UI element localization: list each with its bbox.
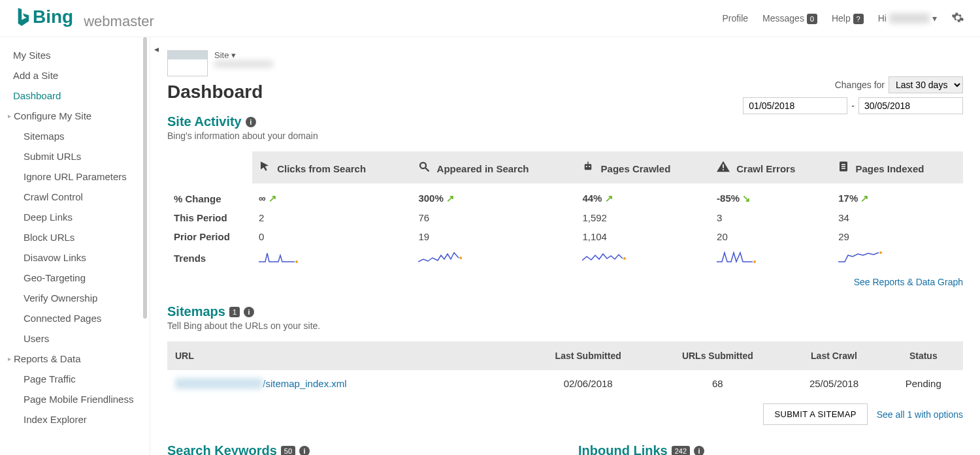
sidebar-item-page-mobile[interactable]: Page Mobile Friendliness <box>0 389 150 409</box>
sitemap-url-link[interactable]: https://example.com/sitemap_index.xml <box>175 378 347 389</box>
info-icon[interactable]: i <box>694 446 704 456</box>
info-icon[interactable]: i <box>246 117 256 127</box>
keywords-heading: Search Keywords 50 i <box>167 443 552 455</box>
row-change-label: % Change <box>167 183 252 208</box>
sidebar-group-configure[interactable]: ▸ Configure My Site <box>0 106 150 126</box>
this-indexed: 34 <box>832 208 963 227</box>
hdr-urls-submitted: URLs Submitted <box>651 341 784 370</box>
sidebar-scrollbar[interactable] <box>143 37 147 319</box>
hdr-last-crawl: Last Crawl <box>784 341 883 370</box>
col-crawled: Pages Crawled <box>576 151 710 183</box>
sidebar-item-index-explorer[interactable]: Index Explorer <box>0 409 150 430</box>
nav-profile[interactable]: Profile <box>722 13 748 24</box>
site-selector[interactable]: Site ▾ example.com <box>167 50 963 76</box>
this-clicks: 2 <box>252 208 412 227</box>
sparkline-errors <box>717 250 756 264</box>
sitemap-last-submitted: 02/06/2018 <box>525 370 651 397</box>
sidebar-item-sitemaps[interactable]: Sitemaps <box>0 126 150 146</box>
sidebar-item-connected-pages[interactable]: Connected Pages <box>0 308 150 328</box>
svg-point-16 <box>879 251 882 254</box>
sitemaps-table: URL Last Submitted URLs Submitted Last C… <box>167 341 963 397</box>
change-clicks: ∞ <box>259 193 266 204</box>
sidebar-item-my-sites[interactable]: My Sites <box>0 45 150 65</box>
sidebar-item-submit-urls[interactable]: Submit URLs <box>0 146 150 166</box>
svg-point-12 <box>295 260 298 263</box>
nav-messages[interactable]: Messages 0 <box>762 13 817 24</box>
sidebar-item-block-urls[interactable]: Block URLs <box>0 227 150 247</box>
messages-count-badge: 0 <box>807 14 817 24</box>
site-activity-heading: Site Activity i <box>167 114 963 129</box>
arrow-down-icon: ↘ <box>742 193 751 204</box>
see-reports-link[interactable]: See Reports & Data Graph <box>854 277 963 287</box>
sitemap-url-hidden: https://example.com <box>175 378 263 389</box>
sidebar-item-crawl-control[interactable]: Crawl Control <box>0 187 150 207</box>
hdr-url: URL <box>167 341 525 370</box>
col-appeared: Appeared in Search <box>412 151 576 183</box>
info-icon[interactable]: i <box>299 446 310 456</box>
arrow-up-icon: ↗ <box>860 193 869 204</box>
sitemaps-count-badge: 1 <box>229 307 240 317</box>
change-crawled: 44% <box>582 193 602 204</box>
see-all-sitemaps-link[interactable]: See all 1 with options <box>877 409 963 420</box>
svg-point-13 <box>459 257 462 259</box>
sidebar-item-ignore-url-params[interactable]: Ignore URL Parameters <box>0 166 150 187</box>
svg-point-0 <box>420 163 426 168</box>
range-from-input[interactable] <box>743 97 847 114</box>
arrow-up-icon: ↗ <box>269 193 277 204</box>
change-indexed: 17% <box>838 193 858 204</box>
col-clicks-label: Clicks from Search <box>277 163 366 174</box>
site-activity-title: Site Activity <box>167 114 242 129</box>
this-crawled: 1,592 <box>576 208 710 227</box>
info-icon[interactable]: i <box>244 307 254 317</box>
nav-greeting[interactable]: Hi username ▾ <box>878 13 937 24</box>
brand-name: Bing <box>33 7 73 27</box>
sidebar-item-users[interactable]: Users <box>0 328 150 349</box>
arrow-up-icon: ↗ <box>446 193 455 204</box>
sitemaps-heading: Sitemaps 1 i <box>167 304 963 319</box>
sitemap-urls-submitted: 68 <box>651 370 784 397</box>
range-to-input[interactable] <box>858 97 963 114</box>
sidebar-item-disavow-links[interactable]: Disavow Links <box>0 247 150 268</box>
col-errors: Crawl Errors <box>710 151 832 183</box>
sidebar: ◂ My Sites Add a Site Dashboard ▸ Config… <box>0 37 150 455</box>
sidebar-item-geo-targeting[interactable]: Geo-Targeting <box>0 268 150 288</box>
sidebar-item-verify-ownership[interactable]: Verify Ownership <box>0 288 150 308</box>
site-domain-hidden: example.com <box>214 60 273 68</box>
row-this-period: This Period 2 76 1,592 3 34 <box>167 208 963 227</box>
prior-appeared: 19 <box>412 227 576 246</box>
range-select[interactable]: Last 30 days <box>889 76 963 93</box>
inbound-count-badge: 242 <box>672 446 690 456</box>
document-icon <box>838 161 849 172</box>
col-errors-label: Crawl Errors <box>736 163 795 174</box>
sparkline-appeared <box>418 250 464 264</box>
sidebar-item-dashboard[interactable]: Dashboard <box>0 86 150 106</box>
this-errors: 3 <box>710 208 832 227</box>
sitemaps-title: Sitemaps <box>167 304 225 319</box>
nav-help-label: Help <box>832 13 851 24</box>
nav-help[interactable]: Help ? <box>832 13 864 24</box>
change-appeared: 300% <box>418 193 443 204</box>
row-prior-period: Prior Period 0 19 1,104 20 29 <box>167 227 963 246</box>
brand[interactable]: Bing webmaster <box>16 7 154 30</box>
sitemap-status: Pending <box>884 370 963 397</box>
sparkline-clicks <box>259 250 298 264</box>
sidebar-item-deep-links[interactable]: Deep Links <box>0 207 150 227</box>
hdr-last-submitted: Last Submitted <box>525 341 651 370</box>
greeting-prefix: Hi <box>878 13 887 24</box>
submit-sitemap-button[interactable]: SUBMIT A SITEMAP <box>763 403 867 425</box>
svg-rect-6 <box>723 165 724 168</box>
top-nav: Profile Messages 0 Help ? Hi username ▾ <box>722 11 964 26</box>
row-change: % Change ∞ ↗ 300% ↗ 44% ↗ -85% ↘ 17% ↗ <box>167 183 963 208</box>
col-crawled-label: Pages Crawled <box>601 163 671 174</box>
settings-gear-icon[interactable] <box>951 11 964 26</box>
row-this-label: This Period <box>167 208 252 227</box>
sidebar-group-reports[interactable]: ▸ Reports & Data <box>0 349 150 369</box>
inbound-title: Inbound Links <box>578 443 668 455</box>
warning-icon <box>717 161 730 172</box>
sitemap-row: https://example.com/sitemap_index.xml 02… <box>167 370 963 397</box>
sidebar-item-page-traffic[interactable]: Page Traffic <box>0 369 150 389</box>
date-range-controls: Changes for Last 30 days - <box>743 76 963 114</box>
sidebar-item-add-site[interactable]: Add a Site <box>0 65 150 86</box>
this-appeared: 76 <box>412 208 576 227</box>
robot-icon <box>582 161 594 172</box>
